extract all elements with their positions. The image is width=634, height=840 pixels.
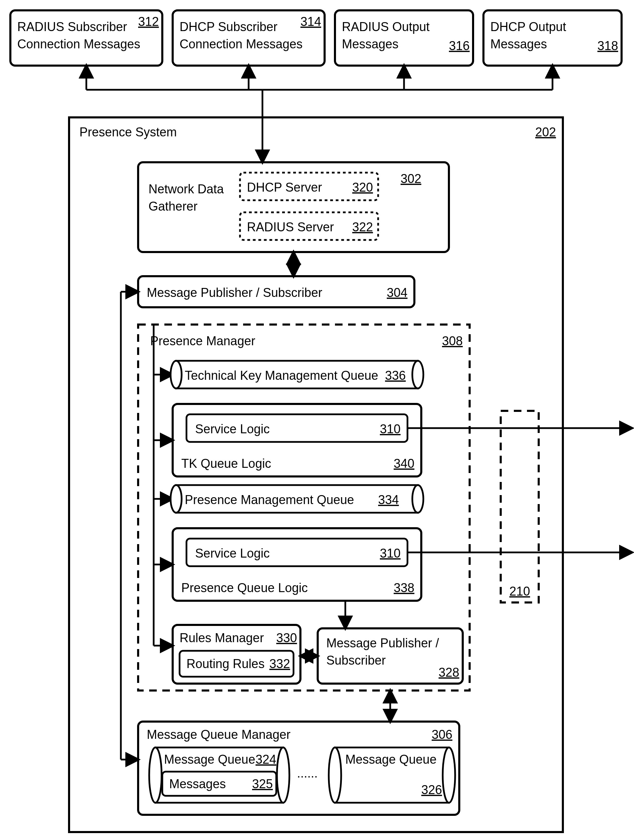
box-rules-manager: Rules Manager 330 Routing Rules 332 — [173, 625, 300, 684]
cyl-pm-queue: Presence Management Queue 334 — [171, 485, 423, 513]
box-message-queue-manager: Message Queue Manager 306 Message Queue … — [138, 722, 459, 815]
label: Presence Manager — [150, 334, 255, 348]
svg-point-12 — [412, 361, 423, 388]
label: DHCP Server — [247, 180, 322, 194]
box-dhcp-output: DHCP Output Messages 318 — [484, 10, 621, 66]
ref-num: 304 — [387, 286, 408, 300]
ref-num: 310 — [380, 546, 400, 561]
box-radius-subscriber: RADIUS Subscriber Connection Messages 31… — [10, 10, 162, 66]
ref-num: 326 — [421, 783, 442, 797]
svg-rect-23 — [501, 411, 539, 602]
ref-num: 318 — [598, 39, 618, 53]
ref-num: 314 — [300, 14, 321, 28]
label: TK Queue Logic — [181, 456, 271, 471]
label: Subscriber — [326, 653, 386, 667]
ref-num: 310 — [380, 422, 400, 436]
label: Service Logic — [195, 546, 270, 561]
box-message-pubsub-inner: Message Publisher / Subscriber 328 — [318, 628, 463, 684]
ref-num: 340 — [394, 456, 414, 471]
label: Messages — [342, 37, 398, 51]
box-radius-output: RADIUS Output Messages 316 — [335, 10, 473, 66]
ref-num: 325 — [252, 777, 273, 791]
box-ref-210: 210 — [501, 411, 539, 602]
ref-num: 308 — [442, 334, 463, 348]
label: Connection Messages — [180, 37, 302, 51]
label: Network Data — [149, 182, 224, 196]
label: RADIUS Server — [247, 220, 334, 234]
label: Message Queue — [164, 752, 255, 766]
label: DHCP Output — [490, 20, 566, 34]
ref-num: 328 — [438, 665, 459, 679]
ref-num: 302 — [400, 172, 421, 186]
label: Presence Management Queue — [185, 493, 354, 507]
label: Technical Key Management Queue — [185, 368, 378, 382]
label: DHCP Subscriber — [180, 20, 277, 34]
ellipsis-icon: ······ — [297, 769, 318, 783]
ref-num: 312 — [138, 14, 159, 28]
ref-num: 320 — [352, 180, 373, 194]
label: Routing Rules — [187, 657, 264, 671]
ref-num: 336 — [385, 368, 406, 382]
svg-point-16 — [171, 485, 182, 513]
ref-num: 324 — [256, 752, 276, 766]
label: Service Logic — [195, 422, 270, 436]
svg-point-17 — [412, 485, 423, 513]
ref-num: 306 — [432, 728, 452, 742]
ref-num: 202 — [535, 125, 556, 139]
ref-num: 334 — [378, 493, 399, 507]
label: RADIUS Output — [342, 20, 430, 34]
box-network-data-gatherer: Network Data Gatherer 302 DHCP Server 32… — [138, 162, 449, 252]
box-presence-queue-logic: Service Logic 310 Presence Queue Logic 3… — [173, 528, 421, 601]
label: Rules Manager — [180, 631, 264, 645]
label: Message Queue — [345, 752, 436, 766]
label: Connection Messages — [17, 37, 140, 51]
box-message-pubsub-top: Message Publisher / Subscriber 304 — [138, 276, 414, 307]
ref-num: 322 — [352, 220, 373, 234]
svg-point-11 — [171, 361, 182, 388]
label: Presence Queue Logic — [181, 581, 308, 595]
cyl-tk-queue: Technical Key Management Queue 336 — [171, 361, 423, 388]
svg-point-31 — [443, 747, 455, 803]
box-tk-queue-logic: Service Logic 310 TK Queue Logic 340 — [173, 404, 421, 477]
label: RADIUS Subscriber — [17, 20, 127, 34]
label: Presence System — [79, 125, 177, 139]
ref-num: 332 — [269, 657, 290, 671]
label: Message Queue Manager — [147, 728, 291, 742]
svg-point-30 — [329, 747, 341, 803]
svg-point-27 — [277, 747, 289, 803]
label: Message Publisher / — [326, 636, 439, 650]
label: Gatherer — [149, 199, 198, 213]
diagram-root: RADIUS Subscriber Connection Messages 31… — [0, 0, 634, 840]
ref-num: 210 — [509, 584, 530, 598]
label: Messages — [490, 37, 547, 51]
label: Message Publisher / Subscriber — [147, 286, 322, 300]
label: Messages — [169, 777, 226, 791]
ref-num: 338 — [394, 581, 414, 595]
box-dhcp-subscriber: DHCP Subscriber Connection Messages 314 — [173, 10, 324, 66]
ref-num: 316 — [449, 39, 470, 53]
ref-num: 330 — [276, 631, 297, 645]
svg-point-26 — [149, 747, 161, 803]
